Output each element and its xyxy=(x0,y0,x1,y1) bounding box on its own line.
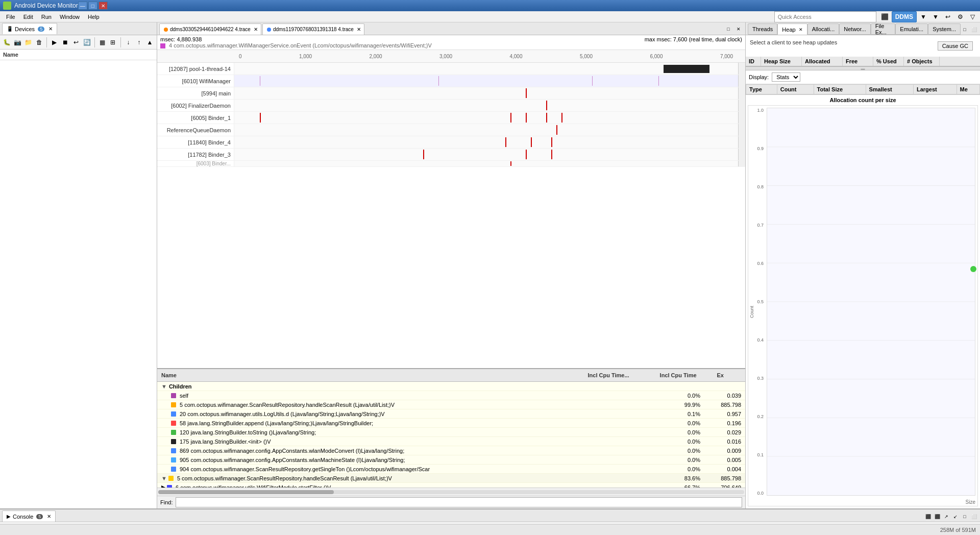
trace-close-btn[interactable]: ✕ xyxy=(734,25,743,34)
trace-row-time-self: 0.039 xyxy=(704,393,745,399)
thread-name-4: [6005] Binder_1 xyxy=(157,115,234,121)
device-btn-6[interactable]: ⏹ xyxy=(60,37,70,48)
col-incl-cpu-time-pct: Incl Cpu Time... xyxy=(588,372,629,378)
device-btn-4[interactable]: 🗑 xyxy=(34,37,44,48)
client-msg-text: Select a client to see heap updates xyxy=(750,39,837,45)
device-btn-9[interactable]: ▦ xyxy=(97,37,107,48)
tab-network[interactable]: Networ... xyxy=(839,23,870,35)
console-toolbar-btn-2[interactable]: ⬛ xyxy=(933,513,941,521)
trace-row-time-120sb: 0.029 xyxy=(704,429,745,435)
trace-row-pct-5scan: 99.9% xyxy=(664,402,704,408)
thread-timeline-0 xyxy=(234,63,745,75)
quick-access-input[interactable] xyxy=(774,11,876,22)
menu-window[interactable]: Window xyxy=(56,13,84,21)
trace-hscroll[interactable] xyxy=(157,488,745,496)
console-tab-close[interactable]: ✕ xyxy=(47,514,51,519)
display-select[interactable]: Stats xyxy=(772,72,800,82)
ruler-2: 2,000 xyxy=(370,54,382,59)
device-btn-3[interactable]: 📁 xyxy=(23,37,33,48)
device-btn-5[interactable]: ▶ xyxy=(50,37,59,48)
device-btn-8[interactable]: 🔄 xyxy=(82,37,92,48)
heap-splitter[interactable]: ▬ xyxy=(746,66,980,70)
status-memory: 258M of 591M xyxy=(940,527,976,533)
trace-event-text: 4 com.octopus.wifimanager.WifiManagerSer… xyxy=(169,42,432,48)
trace-row-5scan-top: ▼ 5 com.octopus.wifimanager.ScanResultRe… xyxy=(157,474,745,483)
console-toolbar-btn-4[interactable]: ↙ xyxy=(951,513,960,521)
trace-row-20log: 20 com.octopus.wifimanager.utils.LogUtil… xyxy=(157,409,745,419)
device-btn-10[interactable]: ⊞ xyxy=(108,37,118,48)
toolbar-btn-4[interactable]: ↩ xyxy=(942,11,953,22)
y-0.2: 0.2 xyxy=(757,414,764,419)
menu-run[interactable]: Run xyxy=(37,13,56,21)
thread-timeline-6 xyxy=(234,136,745,148)
debug-btn[interactable]: 🐛 xyxy=(2,37,12,48)
toolbar-btn-5[interactable]: ⚙ xyxy=(954,11,966,22)
app-icon xyxy=(3,2,11,10)
tab-heap[interactable]: Heap ✕ xyxy=(777,23,807,35)
menu-edit[interactable]: Edit xyxy=(19,13,37,21)
toolbar-btn-6[interactable]: ▽ xyxy=(967,11,978,22)
stats-col-count: Count xyxy=(777,85,814,94)
toolbar-sep-1 xyxy=(46,37,47,47)
find-input[interactable] xyxy=(176,497,742,507)
alloc-chart-area: Allocation count per size 1.0 0.9 0.8 0.… xyxy=(746,94,980,508)
trace-tab-icon-1 xyxy=(267,28,271,32)
ddms-label: DDMS xyxy=(895,13,913,20)
console-toolbar-btn-1[interactable]: ⬛ xyxy=(924,513,932,521)
screenshot-btn[interactable]: 📷 xyxy=(13,37,22,48)
thread-timeline-5 xyxy=(234,124,745,136)
tab-system[interactable]: System... xyxy=(928,23,961,35)
trace-tab-0[interactable]: ddms303052944610494622 4.trace ✕ xyxy=(159,23,261,35)
trace-row-name-self: self xyxy=(178,393,664,399)
thread-row-0: [12087] pool-1-thread-14 xyxy=(157,63,745,75)
trace-row-time-869app: 0.009 xyxy=(704,448,745,454)
console-toolbar-btn-6[interactable]: ⬜ xyxy=(970,513,978,521)
toolbar-sep-2 xyxy=(94,37,95,47)
trace-info-row: msec: 4,880.938 max msec: 7,600 (real ti… xyxy=(160,36,742,42)
toolbar-btn-3[interactable]: ▼ xyxy=(930,11,941,22)
trace-tab-1[interactable]: ddms119700768031391318 4.trace ✕ xyxy=(262,23,364,35)
right-panel: Threads Heap ✕ Allocati... Networ... Fil… xyxy=(745,22,980,508)
tab-alloc[interactable]: Allocati... xyxy=(807,23,840,35)
right-panel-max[interactable]: ⬜ xyxy=(970,26,978,34)
toolbar-btn-1[interactable]: ⬛ xyxy=(879,11,891,22)
right-panel-min[interactable]: □ xyxy=(961,26,969,34)
menu-help[interactable]: Help xyxy=(84,13,104,21)
device-btn-7[interactable]: ↩ xyxy=(71,37,81,48)
trace-row-time-58sb: 0.196 xyxy=(704,420,745,426)
menu-file[interactable]: File xyxy=(2,13,19,21)
stats-col-smallest: Smallest xyxy=(866,85,913,94)
cause-gc-button[interactable]: Cause GC xyxy=(938,41,973,51)
col-name: Name xyxy=(161,372,177,378)
trace-row-name-905app: 905 com.octopus.wifimanager.config.AppCo… xyxy=(178,457,664,463)
close-button[interactable]: ✕ xyxy=(99,2,108,10)
device-btn-12[interactable]: ↑ xyxy=(134,37,144,48)
trace-row-175sb: 175 java.lang.StringBuilder.<init> ()V 0… xyxy=(157,437,745,446)
devices-tab[interactable]: 📱 Devices 5 ✕ xyxy=(2,23,57,34)
device-btn-11[interactable]: ↓ xyxy=(124,37,133,48)
thread-name-7: [11782] Binder_3 xyxy=(157,152,234,158)
tab-fileex[interactable]: File Ex... xyxy=(871,23,896,35)
trace-restore-btn[interactable]: □ xyxy=(724,25,733,34)
minimize-button[interactable]: — xyxy=(78,2,87,10)
trace-tab-close-0[interactable]: ✕ xyxy=(254,27,258,32)
console-tab[interactable]: ▶ Console 5 ✕ xyxy=(2,510,56,522)
ddms-button[interactable]: DDMS xyxy=(892,11,917,22)
expand-icon-children[interactable]: ▼ xyxy=(157,383,167,390)
trace-row-name-20log: 20 com.octopus.wifimanager.utils.LogUtil… xyxy=(178,411,664,417)
console-toolbar-btn-3[interactable]: ↗ xyxy=(942,513,950,521)
expand-icon-5scan[interactable]: ▼ xyxy=(157,475,167,481)
maximize-button[interactable]: □ xyxy=(88,2,97,10)
heap-col-pct: % Used xyxy=(873,57,904,66)
chart-y-axis: 1.0 0.9 0.8 0.7 0.6 0.5 0.4 0.3 0.2 0.1 … xyxy=(748,108,765,496)
console-toolbar-btn-5[interactable]: □ xyxy=(961,513,969,521)
toolbar-btn-2[interactable]: ▼ xyxy=(918,11,929,22)
trace-tab-close-1[interactable]: ✕ xyxy=(357,27,361,32)
tab-heap-close[interactable]: ✕ xyxy=(799,27,803,32)
tab-emul[interactable]: Emulati... xyxy=(895,23,928,35)
device-btn-collapse[interactable]: ▲ xyxy=(145,37,155,48)
tab-threads[interactable]: Threads xyxy=(748,23,777,35)
trace-row-pct-904scan: 0.0% xyxy=(664,466,704,472)
devices-tab-close[interactable]: ✕ xyxy=(48,26,53,32)
trace-row-time-175sb: 0.016 xyxy=(704,439,745,445)
